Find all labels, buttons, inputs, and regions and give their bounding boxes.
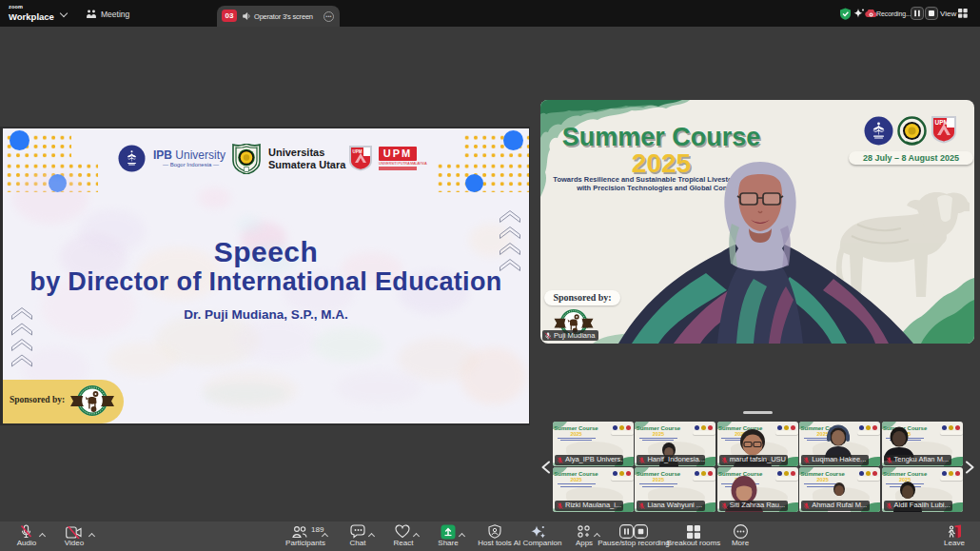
svg-text:UPM: UPM: [353, 149, 363, 154]
